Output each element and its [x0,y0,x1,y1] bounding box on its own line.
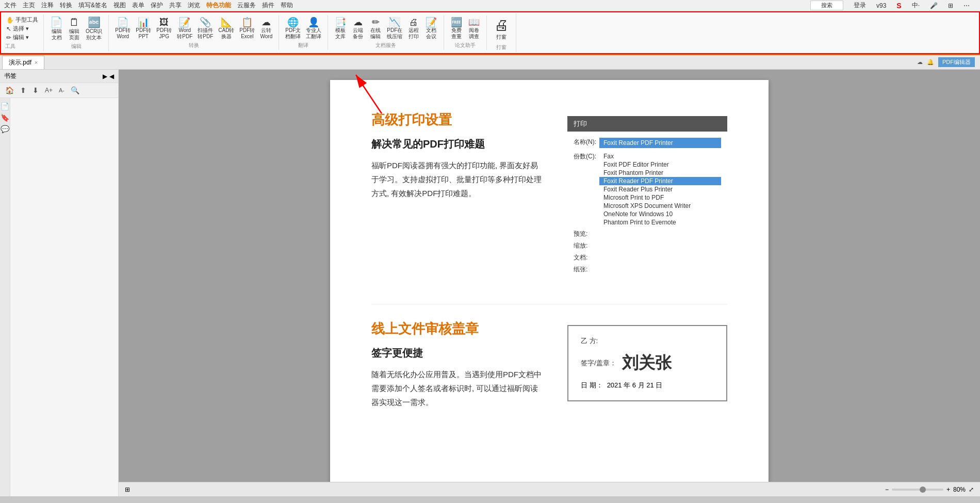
edit-tool-btn[interactable]: ✏ 编辑 ▾ [5,33,39,42]
sidebar-icons: 📄 🔖 💬 [0,98,10,496]
im-icon[interactable]: 中· [912,1,920,10]
print-paper-label: 纸张: [574,265,599,274]
grid-icon[interactable]: ⊞ [948,2,953,9]
doc-tab-close[interactable]: × [35,59,38,66]
print-group: 🖨 打窗 打窗 [487,13,516,52]
expand-btn[interactable]: ⤢ [969,486,974,493]
tab-right-area: ☁ 🔔 PDF编辑器 [917,57,975,67]
translate-group-label: 翻译 [298,42,308,49]
print-option-xps[interactable]: Microsoft XPS Document Writer [599,202,721,210]
cloud-word-btn[interactable]: ☁ 云转Word [258,17,274,41]
print-dialog: 打印 名称(N): Foxit Reader PDF Printer 份数(C)… [567,116,727,283]
sidebar-font-increase-btn[interactable]: A+ [43,86,55,95]
free-check-btn[interactable]: 🆓 免费查重 [448,17,465,41]
ocr-btn[interactable]: 🔤 OCR识别文本 [84,16,104,42]
edit-page-icon: 🗒 [69,17,79,27]
pdf-editor-btn[interactable]: PDF编辑器 [938,57,975,67]
print-btn[interactable]: 🖨 打窗 [491,14,512,43]
sidebar-collapse-btn[interactable]: ◀ [109,73,114,80]
sidebar-font-decrease-btn[interactable]: A- [57,86,67,94]
free-check-label: 免费查重 [451,27,462,40]
template-btn[interactable]: 📑 模板文库 [332,17,349,41]
sidebar-home-btn[interactable]: 🏠 [3,85,16,95]
section1-container: 高级打印设置 解决常见的PDF打印难题 福昕PDF阅读器拥有强大的打印功能, 界… [371,111,727,283]
login-btn[interactable]: 登录 [854,1,866,10]
zoom-thumb [920,486,926,493]
page-layout-icon[interactable]: ⊞ [125,486,130,493]
menu-forms[interactable]: 表单 [132,1,144,10]
print-option-foxit-plus[interactable]: Foxit Reader Plus Printer [599,185,721,193]
print-option-foxit-editor[interactable]: Foxit PDF Editor Printer [599,160,721,169]
sidebar-search-btn[interactable]: 🔍 [69,85,81,95]
doc-tab[interactable]: 演示.pdf × [2,56,44,69]
remote-print-btn[interactable]: 🖨 远程打印 [405,17,422,41]
pdf-to-ppt-btn[interactable]: 📊 PDF转PPT [134,17,153,41]
pdf-to-excel-btn[interactable]: 📋 PDF转Excel [237,17,257,41]
menu-protect[interactable]: 保护 [151,1,163,10]
print-option-evernote[interactable]: Phantom Print to Evernote [599,218,721,226]
sidebar-expand-btn[interactable]: ▶ [103,73,107,80]
search-bar[interactable]: 搜索 [810,1,843,10]
zoom-plus-btn[interactable]: + [946,486,950,493]
doc-meeting-label: 文档会议 [426,27,436,40]
sidebar-header: 书签 ▶ ◀ [0,70,118,83]
print-option-foxit-phantom[interactable]: Foxit Phantom Printer [599,169,721,177]
notification-icon[interactable]: 🔔 [927,59,934,66]
ribbon-content: ✋ 手型工具 ↖ 选择 ▾ ✏ 编辑 ▾ 工具 📄 编辑文档 🗒 [0,11,980,54]
sidebar-page-icon[interactable]: 📄 [1,102,9,110]
word-to-pdf-btn[interactable]: 📝 Word转PDF [175,17,194,41]
doc-meeting-btn[interactable]: 📝 文档会议 [423,17,439,41]
zoom-minus-btn[interactable]: − [885,486,889,493]
cloud-status-icon[interactable]: ☁ [917,59,923,66]
scan-to-pdf-btn[interactable]: 📎 扫描件转PDF [195,17,215,41]
print-option-fax[interactable]: Fax [599,152,721,160]
menu-cloud[interactable]: 云服务 [237,1,256,10]
edit-page-btn[interactable]: 🗒 编辑页面 [66,16,83,42]
cloud-backup-btn[interactable]: ☁ 云端备份 [350,17,366,41]
pdf-to-word-btn[interactable]: 📄 PDF转Word [113,17,133,41]
human-translate-btn[interactable]: 👤 专业人工翻译 [304,17,323,41]
pdf-translate-btn[interactable]: 🌐 PDF文档翻译 [283,17,303,41]
menu-home[interactable]: 主页 [23,1,35,10]
pdf-word-label: PDF转Word [115,27,130,40]
menu-plugins[interactable]: 插件 [262,1,274,10]
sig-party-row: 乙 方: [581,336,714,346]
print-option-ms-pdf[interactable]: Microsoft Print to PDF [599,193,721,202]
menu-browse[interactable]: 浏览 [188,1,200,10]
pdf-area: 高级打印设置 解决常见的PDF打印难题 福昕PDF阅读器拥有强大的打印功能, 界… [119,70,980,496]
menu-fill-sign[interactable]: 填写&签名 [78,1,107,10]
pdf-to-jpg-btn[interactable]: 🖼 PDF转JPG [154,17,174,41]
menu-share[interactable]: 共享 [169,1,182,10]
select-tool-btn[interactable]: ↖ 选择 ▾ [5,24,39,33]
print-option-onenote[interactable]: OneNote for Windows 10 [599,210,721,218]
menu-view[interactable]: 视图 [113,1,126,10]
more-icon[interactable]: ⋯ [963,2,970,9]
sidebar-prev-btn[interactable]: ⬆ [18,85,28,95]
online-edit-label: 在线编辑 [370,27,381,40]
cad-convert-btn[interactable]: 📐 CAD转换器 [216,17,236,41]
section1-text: 高级打印设置 解决常见的PDF打印难题 福昕PDF阅读器拥有强大的打印功能, 界… [371,111,552,283]
zoom-slider[interactable] [892,489,943,491]
pdf-compress-btn[interactable]: 📉 PDF在线压缩 [385,17,404,41]
sidebar-next-btn[interactable]: ⬇ [30,85,41,95]
print-group-label: 打窗 [496,44,507,51]
menu-convert[interactable]: 转换 [60,1,72,10]
translate-group: 🌐 PDF文档翻译 👤 专业人工翻译 翻译 [279,15,328,50]
mic-icon[interactable]: 🎤 [930,2,938,9]
print-option-foxit-reader[interactable]: Foxit Reader PDF Printer [599,177,721,185]
menu-annotate[interactable]: 注释 [41,1,54,10]
tools-group-label: 工具 [5,43,39,50]
zoom-controls: − + 80% ⤢ [885,486,974,493]
sidebar-bookmark-icon[interactable]: 🔖 [1,113,9,122]
survey-btn[interactable]: 📖 阅卷调查 [466,17,482,41]
menu-features[interactable]: 特色功能 [206,1,231,10]
edit-doc-btn[interactable]: 📄 编辑文档 [48,16,65,42]
signature-area: 乙 方: 签字/盖章： 刘关张 日 期： 2021 年 6 月 21 日 [567,325,727,425]
menu-file[interactable]: 文件 [4,1,17,10]
printer-name-dropdown[interactable]: Foxit Reader PDF Printer [599,138,721,148]
online-edit-btn[interactable]: ✏ 在线编辑 [367,17,384,41]
menu-help[interactable]: 帮助 [281,1,293,10]
sidebar-comment-icon[interactable]: 💬 [1,125,9,133]
convert-group-label: 转换 [189,42,199,49]
hand-tool-btn[interactable]: ✋ 手型工具 [5,15,39,24]
